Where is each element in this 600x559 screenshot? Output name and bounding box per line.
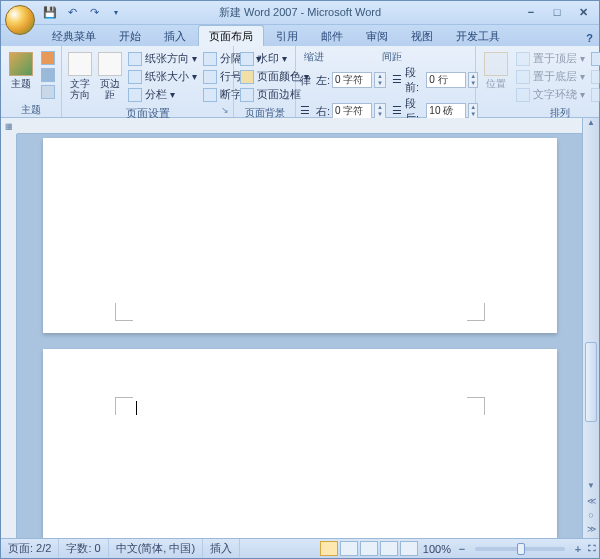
tab-review[interactable]: 审阅 xyxy=(355,25,399,46)
rotate-button: 旋转▾ xyxy=(589,86,600,103)
group-icon xyxy=(591,70,600,84)
line-numbers-icon xyxy=(203,70,217,84)
theme-colors-button[interactable] xyxy=(39,50,57,66)
page-borders-icon xyxy=(240,88,254,102)
margins-button[interactable]: 页边距 xyxy=(96,50,124,102)
view-outline[interactable] xyxy=(380,541,398,556)
effects-icon xyxy=(41,85,55,99)
space-before-row: ☰ 段前: ▲▼ xyxy=(392,65,478,95)
scroll-up-icon[interactable]: ▲ xyxy=(583,118,599,133)
office-button[interactable] xyxy=(5,5,35,35)
quick-access-toolbar: 💾 ↶ ↷ ▾ xyxy=(41,4,125,22)
tab-home[interactable]: 开始 xyxy=(108,25,152,46)
document-viewport[interactable] xyxy=(17,134,582,538)
columns-button[interactable]: 分栏▾ xyxy=(126,86,199,103)
send-back-icon xyxy=(516,70,530,84)
app-name: Microsoft Word xyxy=(307,6,381,18)
qat-customize-icon[interactable]: ▾ xyxy=(107,4,125,22)
redo-icon[interactable]: ↷ xyxy=(85,4,103,22)
margin-mark xyxy=(467,303,485,321)
indent-right-icon: ☰ xyxy=(300,104,314,118)
next-page-icon[interactable]: ≫ xyxy=(583,524,599,538)
app-window: 💾 ↶ ↷ ▾ 新建 Word 2007 - Microsoft Word − … xyxy=(0,0,600,559)
group-themes: 主题 主题 xyxy=(1,46,62,117)
title-bar: 💾 ↶ ↷ ▾ 新建 Word 2007 - Microsoft Word − … xyxy=(1,1,599,25)
theme-effects-button[interactable] xyxy=(39,84,57,100)
help-icon[interactable]: ? xyxy=(580,32,599,46)
window-controls: − □ ✕ xyxy=(523,6,599,19)
theme-subs xyxy=(39,50,57,100)
zoom-fit-icon[interactable]: ⛶ xyxy=(585,544,599,553)
save-icon[interactable]: 💾 xyxy=(41,4,59,22)
tab-developer[interactable]: 开发工具 xyxy=(445,25,511,46)
doc-name: 新建 Word 2007 xyxy=(219,6,298,18)
view-draft[interactable] xyxy=(400,541,418,556)
ribbon: 主题 主题 文字方向 页边距 xyxy=(1,46,599,118)
indent-right-spinner[interactable]: ▲▼ xyxy=(374,103,386,119)
ruler-toggle[interactable]: ▦ xyxy=(1,118,17,134)
browse-object-icon[interactable]: ○ xyxy=(583,510,599,524)
zoom-percent[interactable]: 100% xyxy=(423,543,451,555)
themes-button[interactable]: 主题 xyxy=(5,50,37,91)
fonts-icon xyxy=(41,68,55,82)
tab-classic[interactable]: 经典菜单 xyxy=(41,25,107,46)
space-before-input[interactable] xyxy=(426,72,466,88)
orientation-button[interactable]: 纸张方向▾ xyxy=(126,50,199,67)
minimize-button[interactable]: − xyxy=(523,6,539,19)
space-after-input[interactable] xyxy=(426,103,466,119)
theme-fonts-button[interactable] xyxy=(39,67,57,83)
tab-mailings[interactable]: 邮件 xyxy=(310,25,354,46)
scroll-thumb[interactable] xyxy=(585,342,597,422)
rotate-icon xyxy=(591,88,600,102)
status-page[interactable]: 页面: 2/2 xyxy=(1,539,59,558)
group-themes-label: 主题 xyxy=(3,102,59,118)
undo-icon[interactable]: ↶ xyxy=(63,4,81,22)
status-words[interactable]: 字数: 0 xyxy=(59,539,108,558)
tab-page-layout[interactable]: 页面布局 xyxy=(198,25,264,46)
zoom-slider[interactable] xyxy=(475,547,565,551)
view-print-layout[interactable] xyxy=(320,541,338,556)
text-direction-icon xyxy=(68,52,92,76)
group-button: 组合▾ xyxy=(589,68,600,85)
space-after-icon: ☰ xyxy=(392,104,403,118)
page-1[interactable] xyxy=(43,138,557,333)
tab-references[interactable]: 引用 xyxy=(265,25,309,46)
indent-left-spinner[interactable]: ▲▼ xyxy=(374,72,386,88)
size-button[interactable]: 纸张大小▾ xyxy=(126,68,199,85)
colors-icon xyxy=(41,51,55,65)
tab-insert[interactable]: 插入 xyxy=(153,25,197,46)
tab-view[interactable]: 视图 xyxy=(400,25,444,46)
scroll-down-icon[interactable]: ▼ xyxy=(583,481,599,496)
send-back-button: 置于底层▾ xyxy=(514,68,587,85)
page-2[interactable] xyxy=(43,349,557,538)
close-button[interactable]: ✕ xyxy=(575,6,591,19)
columns-icon xyxy=(128,88,142,102)
text-direction-label: 文字方向 xyxy=(68,78,92,100)
themes-label: 主题 xyxy=(11,78,31,89)
status-language[interactable]: 中文(简体, 中国) xyxy=(109,539,203,558)
maximize-button[interactable]: □ xyxy=(549,6,565,19)
zoom-out-button[interactable]: − xyxy=(455,543,469,555)
scroll-track[interactable] xyxy=(583,133,599,481)
zoom-thumb[interactable] xyxy=(517,543,525,555)
status-mode[interactable]: 插入 xyxy=(203,539,240,558)
indent-right-input[interactable] xyxy=(332,103,372,119)
align-button[interactable]: 对齐▾ xyxy=(589,50,600,67)
zoom-in-button[interactable]: + xyxy=(571,543,585,555)
hyphenation-icon xyxy=(203,88,217,102)
vertical-scrollbar[interactable]: ▲ ▼ ≪ ○ ≫ xyxy=(582,118,599,538)
size-icon xyxy=(128,70,142,84)
text-direction-button[interactable]: 文字方向 xyxy=(66,50,94,102)
bring-front-icon xyxy=(516,52,530,66)
themes-icon xyxy=(9,52,33,76)
horizontal-ruler[interactable] xyxy=(17,118,582,134)
prev-page-icon[interactable]: ≪ xyxy=(583,496,599,510)
page-setup-launcher[interactable]: ↘ xyxy=(221,105,229,115)
view-web-layout[interactable] xyxy=(360,541,378,556)
document-area: ▦ ▲ ▼ ≪ ○ ≫ xyxy=(1,118,599,538)
vertical-ruler[interactable] xyxy=(1,134,17,538)
indent-left-input[interactable] xyxy=(332,72,372,88)
view-full-screen[interactable] xyxy=(340,541,358,556)
space-before-icon: ☰ xyxy=(392,73,403,87)
ribbon-tabs: 经典菜单 开始 插入 页面布局 引用 邮件 审阅 视图 开发工具 ? xyxy=(1,25,599,46)
